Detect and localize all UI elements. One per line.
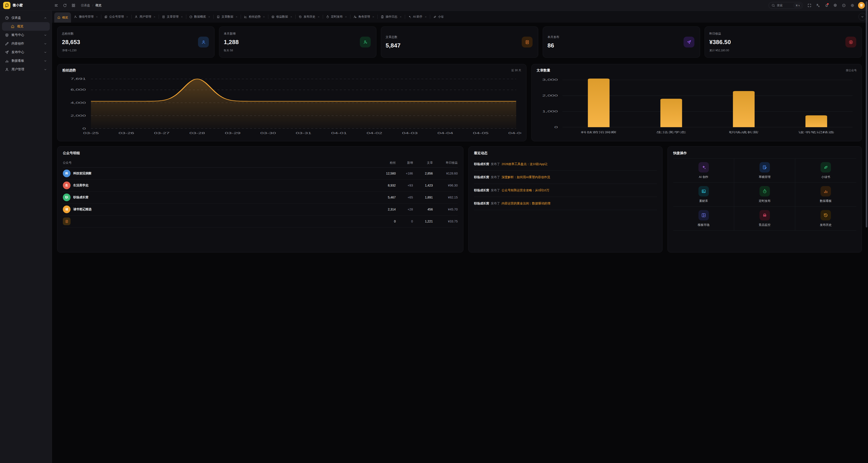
sidebar-item-内容创作[interactable]: 内容创作 [2, 39, 50, 48]
stat-label: 文章总数 [385, 35, 434, 39]
tab-数据概览[interactable]: 数据概览 [186, 11, 213, 23]
history-icon [299, 15, 302, 19]
close-icon[interactable] [208, 16, 211, 18]
svg-text:7,691: 7,691 [70, 77, 86, 80]
bar-chart-icon [5, 59, 9, 63]
chevron-down-icon [43, 33, 47, 37]
stat-value: 1,288 [224, 39, 372, 46]
tab-label: 微信号管理 [79, 15, 94, 19]
bottom-row: 公众号明细 公众号 粉丝 新增 文章 昨日收益 科科技前沿洞察 12,580 +… [57, 146, 434, 232]
tab-发布历史[interactable]: 发布历史 [296, 11, 323, 23]
close-icon[interactable] [290, 16, 292, 18]
svg-text:0: 0 [83, 127, 86, 130]
logo-area: 微小蜜 [0, 2, 52, 9]
breadcrumb-section[interactable]: 仪表盘 [81, 3, 90, 7]
tab-小绿书[interactable]: 小绿书 [430, 11, 434, 23]
close-icon[interactable] [399, 16, 402, 18]
apps-grid-icon[interactable] [70, 2, 77, 9]
stat-subtext: 取关 58 [224, 49, 372, 53]
breadcrumb-current: 概览 [95, 3, 101, 7]
main-area: 概览 微信号管理 公众号管理 用户管理 文章管理 数据概览 文章数据 粉丝趋势 … [52, 11, 434, 232]
user-icon [198, 37, 209, 48]
breadcrumb-separator: / [92, 4, 93, 7]
tab-label: 收益数据 [276, 15, 288, 19]
sidebar-toggle-icon[interactable] [53, 2, 60, 9]
close-icon[interactable] [235, 16, 238, 18]
leaf-icon [433, 15, 434, 19]
table-row[interactable]: 职职场成长营 5,467 +65 1,891 ¥82.15 [63, 191, 434, 204]
tab-收益数据[interactable]: 收益数据 [268, 11, 296, 23]
sidebar-item-仪表盘[interactable]: 仪表盘 [2, 13, 50, 22]
user-heart-icon [74, 15, 77, 19]
account-avatar-doc-icon [63, 217, 70, 225]
stat-value: 28,653 [62, 39, 210, 46]
tab-微信号管理[interactable]: 微信号管理 [71, 11, 101, 23]
svg-text:04-03: 04-03 [402, 131, 418, 134]
cell-revenue: ¥128.60 [433, 172, 434, 175]
close-icon[interactable] [317, 16, 320, 18]
tab-文章数据[interactable]: 文章数据 [214, 11, 241, 23]
tab-定时发布[interactable]: 定时发布 [323, 11, 350, 23]
tab-label: 公众号管理 [109, 15, 124, 19]
chevron-up-icon [43, 16, 47, 20]
sidebar-subitem-概览[interactable]: 概览 [2, 22, 50, 31]
col-header: 公众号 [63, 161, 374, 165]
close-icon[interactable] [425, 16, 427, 18]
stat-label: 总粉丝数 [62, 32, 210, 36]
tab-label: 数据概览 [194, 15, 206, 19]
refresh-icon[interactable] [61, 2, 69, 9]
yen-circle-icon [271, 15, 275, 19]
close-icon[interactable] [345, 16, 347, 18]
close-icon[interactable] [153, 16, 156, 18]
svg-text:03-30: 03-30 [260, 131, 276, 134]
account-avatar: 科 [63, 169, 70, 177]
tab-粉丝趋势[interactable]: 粉丝趋势 [241, 11, 268, 23]
svg-text:03-25: 03-25 [83, 131, 99, 134]
table-row[interactable]: 科科技前沿洞察 12,580 +186 2,856 ¥128.60 [63, 167, 434, 180]
stat-card-本月新增[interactable]: 本月新增 1,288 取关 58 [219, 26, 376, 58]
tab-label: AI 助手 [413, 15, 423, 19]
sidebar-item-数据看板[interactable]: 数据看板 [2, 57, 50, 65]
sidebar-item-label: 用户管理 [11, 67, 24, 71]
sidebar-item-发布中心[interactable]: 发布中心 [2, 48, 50, 57]
sidebar: 仪表盘 概览 账号中心 内容创作 发布中心 数据看板 用户管理 [0, 11, 52, 232]
stat-card-文章总数[interactable]: 文章总数 5,847 [381, 26, 434, 58]
cell-articles: 1,221 [413, 219, 433, 223]
sidebar-item-label: 仪表盘 [11, 16, 21, 20]
cell-fans: 5,467 [374, 195, 396, 199]
cell-new: 0 [396, 219, 413, 223]
sidebar-item-账号中心[interactable]: 账号中心 [2, 31, 50, 39]
tab-概览[interactable]: 概览 [54, 12, 71, 23]
svg-text:04-02: 04-02 [367, 131, 382, 134]
cell-fans: 2,314 [374, 208, 396, 211]
tab-用户管理[interactable]: 用户管理 [131, 11, 159, 23]
close-icon[interactable] [126, 16, 128, 18]
chevron-down-icon [43, 51, 47, 54]
fans-trend-title: 粉丝趋势 [62, 68, 76, 72]
stat-card-总粉丝数[interactable]: 总粉丝数 28,653 净增 +1,230 [57, 26, 215, 58]
table-row[interactable]: 读读书笔记精选 2,314 +28 456 ¥45.70 [63, 204, 434, 215]
cell-articles: 2,856 [413, 172, 433, 175]
tab-操作日志[interactable]: 操作日志 [378, 11, 405, 23]
tab-角色管理[interactable]: 角色管理 [350, 11, 377, 23]
close-icon[interactable] [181, 16, 183, 18]
tab-label: 发布历史 [304, 15, 315, 19]
trend-icon [244, 15, 247, 19]
close-icon[interactable] [96, 16, 98, 18]
table-row[interactable]: 0 0 1,221 ¥33.75 [63, 215, 434, 227]
col-header: 粉丝 [374, 161, 396, 165]
fans-trend-chart: 02,0004,0006,0007,69103-2503-2603-2703-2… [62, 74, 434, 135]
cell-articles: 1,423 [413, 184, 433, 187]
page-content: 总粉丝数 28,653 净增 +1,230 本月新增 1,288 取关 58 文… [52, 23, 434, 232]
tab-文章管理[interactable]: 文章管理 [159, 11, 186, 23]
close-icon[interactable] [372, 16, 375, 18]
close-icon[interactable] [263, 16, 265, 18]
cell-revenue: ¥33.75 [433, 219, 434, 223]
tab-公众号管理[interactable]: 公众号管理 [101, 11, 131, 23]
account-name: 生活美学志 [73, 183, 89, 187]
sidebar-item-用户管理[interactable]: 用户管理 [2, 65, 50, 74]
cell-fans: 8,932 [374, 184, 396, 187]
tab-AI 助手[interactable]: AI 助手 [405, 11, 430, 23]
table-row[interactable]: 生生活美学志 8,932 +93 1,423 ¥96.30 [63, 180, 434, 191]
sidebar-item-label: 内容创作 [11, 41, 24, 46]
